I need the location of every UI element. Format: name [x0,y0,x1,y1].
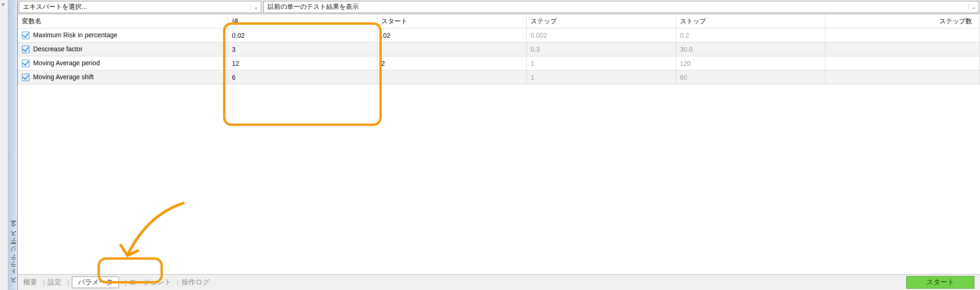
separator: | [125,278,126,286]
tab-log[interactable]: 操作ログ [182,278,210,287]
param-name: Moving Average shift [33,73,94,81]
expert-select-text: エキスパートを選択... [19,3,251,11]
cell-name[interactable]: Maximum Risk in percentage [18,28,228,42]
cell-name[interactable]: Moving Average period [18,56,228,70]
param-name: Maximum Risk in percentage [33,31,118,39]
cell-steps[interactable] [826,56,980,70]
cell-step[interactable]: 0.3 [527,42,676,56]
chevron-down-icon: ⌄ [968,4,979,10]
previous-results-dropdown[interactable]: 以前の単一のテスト結果を表示 ⌄ [263,1,979,13]
tab-agents[interactable]: エージェント [129,278,171,287]
checkbox-icon[interactable] [22,74,29,81]
close-icon[interactable]: × [1,1,5,8]
cell-name[interactable]: Descrease factor [18,42,228,56]
cell-step[interactable]: 1 [527,56,676,70]
panel-title-text: ストラテジ ーテスター [9,225,17,286]
chevron-down-icon: ⌄ [251,4,261,10]
table-row[interactable]: Moving Average period1221120 [18,56,980,70]
col-header-start[interactable]: スタート [378,14,527,28]
cell-start[interactable] [378,70,527,84]
cell-steps[interactable] [826,42,980,56]
parameters-table: 変数名 値 スタート ステップ ストップ ステップ数 Maximum Risk … [18,14,980,84]
bottom-tab-bar: 概要 | 設定 | パラメータ | エージェント | 操作ログ スタート [18,274,980,290]
cell-value[interactable]: 12 [228,56,378,70]
table-row[interactable]: Descrease factor30.330.0 [18,42,980,56]
cell-stop[interactable]: 30.0 [676,42,826,56]
cell-value[interactable]: 3 [228,42,378,56]
col-header-name[interactable]: 変数名 [18,14,228,28]
cell-value[interactable]: 0.02 [228,28,378,42]
cell-step[interactable]: 0.002 [527,28,676,42]
cell-value[interactable]: 6 [228,70,378,84]
previous-results-text: 以前の単一のテスト結果を表示 [264,3,968,11]
cell-steps[interactable] [826,28,980,42]
cell-start[interactable]: 2 [378,56,527,70]
separator: | [43,278,45,286]
col-header-stop[interactable]: ストップ [676,14,826,28]
cell-step[interactable]: 1 [527,70,676,84]
col-header-steps[interactable]: ステップ数 [826,14,980,28]
tab-settings[interactable]: 設定 [48,278,62,287]
cell-name[interactable]: Moving Average shift [18,70,228,84]
cell-steps[interactable] [826,70,980,84]
table-row[interactable]: Moving Average shift6160 [18,70,980,84]
start-button[interactable]: スタート [906,276,974,289]
cell-start[interactable] [378,42,527,56]
param-name: Moving Average period [33,59,100,67]
col-header-step[interactable]: ステップ [527,14,676,28]
tab-parameters[interactable]: パラメータ [72,276,119,288]
expert-select-dropdown[interactable]: エキスパートを選択... ⌄ [19,1,261,13]
panel-title-sidebar: ストラテジ ーテスター [8,0,18,290]
cell-stop[interactable]: 60 [676,70,826,84]
col-header-value[interactable]: 値 [228,14,378,28]
checkbox-icon[interactable] [22,60,29,67]
cell-start[interactable]: .02 [378,28,527,42]
separator: | [67,278,69,286]
param-name: Descrease factor [33,45,83,53]
checkbox-icon[interactable] [22,32,29,39]
top-toolbar: エキスパートを選択... ⌄ 以前の単一のテスト結果を表示 ⌄ [18,0,980,14]
cell-stop[interactable]: 120 [676,56,826,70]
table-row[interactable]: Maximum Risk in percentage0.02.020.0020.… [18,28,980,42]
cell-stop[interactable]: 0.2 [676,28,826,42]
parameters-table-wrap: 変数名 値 スタート ステップ ストップ ステップ数 Maximum Risk … [18,14,980,274]
tab-overview[interactable]: 概要 [23,278,37,287]
panel-close-column: × [0,0,8,290]
separator: | [177,278,179,286]
checkbox-icon[interactable] [22,46,29,53]
